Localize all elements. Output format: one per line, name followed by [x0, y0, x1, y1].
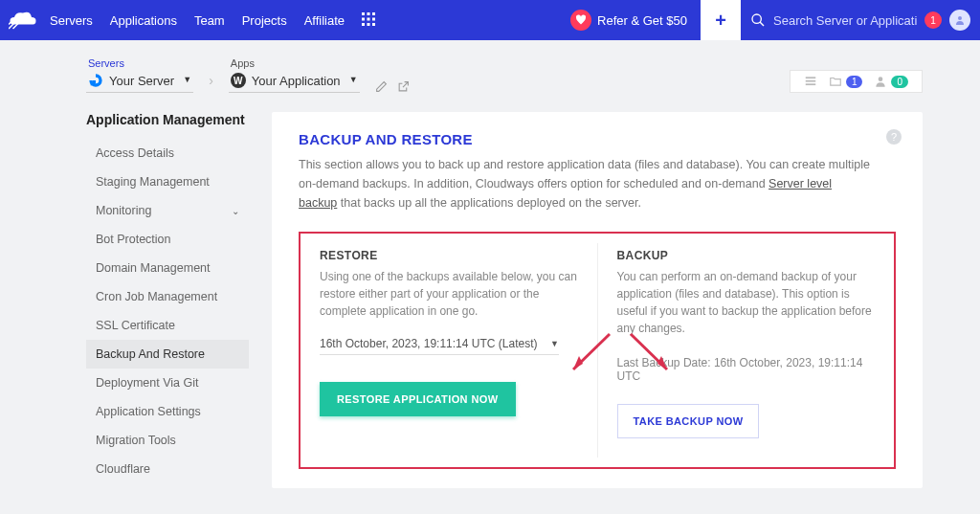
- svg-line-10: [760, 22, 764, 26]
- nav-affiliate[interactable]: Affiliate: [304, 13, 345, 28]
- breadcrumb: Servers Your Server ▼ › Apps W Your Appl…: [0, 40, 980, 102]
- sidebar-item-git[interactable]: Deployment Via Git: [86, 369, 249, 397]
- external-link-icon[interactable]: [397, 80, 410, 93]
- restore-title: RESTORE: [320, 249, 578, 262]
- svg-rect-5: [372, 17, 375, 20]
- backup-select-value: 16th October, 2023, 19:11:14 UTC (Latest…: [320, 337, 537, 350]
- nav-links: Servers Applications Team Projects Affil…: [50, 13, 345, 28]
- backup-select[interactable]: 16th October, 2023, 19:11:14 UTC (Latest…: [320, 333, 559, 355]
- sidebar-item-cloudflare[interactable]: Cloudflare: [86, 455, 249, 483]
- user-badge: 0: [891, 76, 908, 88]
- nav-team[interactable]: Team: [194, 13, 225, 28]
- nav-servers[interactable]: Servers: [50, 13, 93, 28]
- chevron-down-icon: ▼: [550, 339, 559, 348]
- sidebar-item-ssl[interactable]: SSL Certificate: [86, 311, 249, 340]
- backup-title: BACKUP: [617, 249, 876, 262]
- edit-icon[interactable]: [375, 80, 388, 93]
- sidebar-item-domain[interactable]: Domain Management: [86, 254, 249, 282]
- sidebar-item-app-settings[interactable]: Application Settings: [86, 397, 249, 426]
- svg-point-17: [879, 77, 883, 81]
- svg-rect-4: [368, 17, 370, 20]
- servers-crumb-label: Servers: [88, 57, 193, 69]
- server-name: Your Server: [109, 74, 174, 88]
- refer-button[interactable]: Refer & Get $50: [557, 0, 701, 40]
- chevron-down-icon: ▼: [349, 75, 358, 84]
- svg-rect-13: [91, 83, 93, 85]
- folder-badge: 1: [846, 76, 863, 88]
- page-description: This section allows you to back up and r…: [299, 155, 873, 212]
- search-area: 1: [741, 10, 980, 31]
- user-avatar[interactable]: [949, 10, 970, 31]
- svg-rect-6: [362, 23, 365, 26]
- svg-point-11: [958, 16, 962, 20]
- heart-icon: [570, 10, 591, 31]
- panels-highlight: RESTORE Using one of the backups availab…: [299, 232, 896, 469]
- folder-view-icon[interactable]: 1: [823, 75, 869, 88]
- chevron-down-icon: ▼: [183, 75, 191, 84]
- last-backup-date: Last Backup Date: 16th October, 2023, 19…: [617, 356, 876, 383]
- chevron-down-icon: ⌄: [232, 206, 239, 216]
- take-backup-button[interactable]: TAKE BACKUP NOW: [617, 404, 760, 438]
- top-navbar: Servers Applications Team Projects Affil…: [0, 0, 980, 40]
- brand-logo[interactable]: [0, 10, 46, 31]
- view-toolbar: 1 0: [790, 70, 923, 93]
- add-button[interactable]: +: [701, 0, 741, 40]
- svg-rect-14: [806, 77, 816, 78]
- page-title: BACKUP AND RESTORE: [299, 131, 896, 147]
- sidebar-title: Application Management: [86, 112, 249, 127]
- backup-description: You can perform an on-demand backup of y…: [617, 268, 876, 337]
- restore-description: Using one of the backups available below…: [320, 268, 578, 320]
- notification-badge[interactable]: 1: [924, 11, 942, 29]
- svg-rect-16: [806, 83, 816, 85]
- svg-point-9: [752, 14, 761, 23]
- apps-crumb-label: Apps: [231, 57, 360, 69]
- apps-grid-icon[interactable]: [362, 12, 375, 29]
- svg-rect-1: [368, 12, 370, 15]
- sidebar-item-backup-restore[interactable]: Backup And Restore: [86, 340, 249, 369]
- app-selector[interactable]: Apps W Your Application ▼: [229, 57, 360, 93]
- server-selector[interactable]: Servers Your Server ▼: [86, 57, 193, 93]
- help-icon[interactable]: ?: [886, 129, 902, 145]
- sidebar-item-cron[interactable]: Cron Job Management: [86, 282, 249, 311]
- list-view-icon[interactable]: [798, 75, 823, 88]
- sidebar-item-bot-protection[interactable]: Bot Protection: [86, 225, 249, 254]
- sidebar-item-migration[interactable]: Migration Tools: [86, 426, 249, 455]
- users-view-icon[interactable]: 0: [868, 75, 914, 88]
- sidebar-item-staging[interactable]: Staging Management: [86, 168, 249, 196]
- backup-panel: BACKUP You can perform an on-demand back…: [597, 243, 895, 458]
- search-icon: [750, 12, 766, 28]
- sidebar-item-monitoring[interactable]: Monitoring⌄: [86, 196, 249, 225]
- sidebar: Application Management Access Details St…: [86, 112, 249, 488]
- svg-rect-2: [372, 12, 375, 15]
- svg-rect-7: [368, 23, 370, 26]
- digitalocean-icon: [88, 73, 103, 88]
- restore-panel: RESTORE Using one of the backups availab…: [301, 243, 597, 458]
- content-panel: ? BACKUP AND RESTORE This section allows…: [272, 112, 923, 488]
- refer-label: Refer & Get $50: [597, 13, 687, 28]
- wordpress-icon: W: [231, 73, 246, 88]
- svg-rect-15: [806, 80, 816, 82]
- chevron-right-icon: ›: [209, 73, 213, 88]
- svg-rect-12: [93, 80, 96, 83]
- app-name: Your Application: [252, 74, 341, 88]
- search-input[interactable]: [773, 13, 917, 28]
- svg-rect-0: [362, 12, 365, 15]
- svg-rect-8: [372, 23, 375, 26]
- main-layout: Application Management Access Details St…: [0, 102, 980, 488]
- svg-rect-3: [362, 17, 365, 20]
- nav-projects[interactable]: Projects: [242, 13, 287, 28]
- sidebar-item-access-details[interactable]: Access Details: [86, 139, 249, 168]
- restore-button[interactable]: RESTORE APPLICATION NOW: [320, 382, 516, 416]
- nav-applications[interactable]: Applications: [110, 13, 177, 28]
